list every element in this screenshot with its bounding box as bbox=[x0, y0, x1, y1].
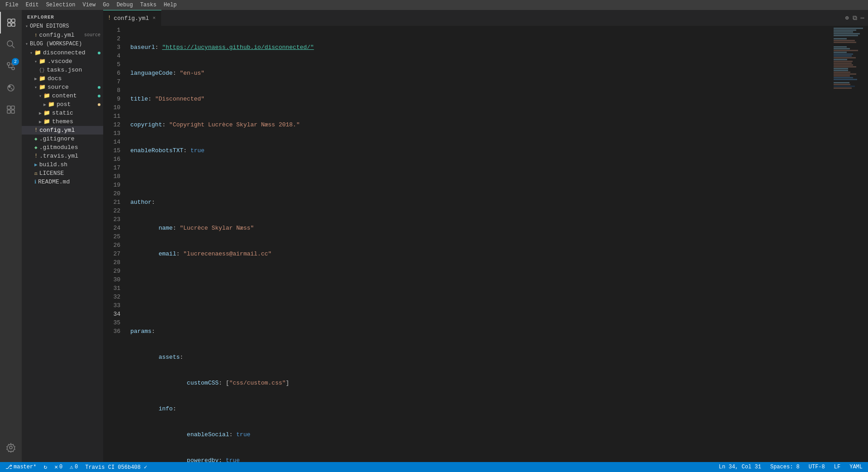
code-line-11 bbox=[130, 301, 827, 310]
gitignore-icon: ◆ bbox=[34, 136, 38, 142]
menu-tasks[interactable]: Tasks bbox=[137, 0, 160, 10]
tab-config-yml[interactable]: ! config.yml × bbox=[103, 10, 162, 26]
git-branch-item[interactable]: ⎇ master* bbox=[4, 463, 38, 471]
ci-status-item[interactable]: Travis CI 056b408 ✓ bbox=[83, 464, 149, 471]
folder-disconnected[interactable]: ▾ 📁 disconnected bbox=[22, 48, 103, 57]
themes-label: themes bbox=[52, 118, 100, 125]
encoding-label: UTF-8 bbox=[809, 464, 825, 470]
code-line-12: params: bbox=[130, 327, 827, 336]
menu-edit[interactable]: Edit bbox=[22, 0, 43, 10]
spaces-item[interactable]: Spaces: 8 bbox=[768, 464, 801, 470]
line-ending-item[interactable]: LF bbox=[832, 464, 842, 470]
svg-line-5 bbox=[12, 46, 15, 48]
language-label: YAML bbox=[849, 464, 863, 470]
cursor-position-item[interactable]: Ln 34, Col 31 bbox=[717, 464, 763, 470]
docs-label: docs bbox=[48, 75, 100, 82]
menu-view[interactable]: View bbox=[79, 0, 99, 10]
code-line-7: author: bbox=[130, 198, 827, 207]
build-sh-label: build.sh bbox=[39, 161, 100, 168]
folder-source[interactable]: ▾ 📁 source bbox=[22, 83, 103, 92]
readme-icon: ℹ bbox=[34, 179, 36, 185]
workspace-arrow: ▾ bbox=[25, 41, 28, 47]
status-bar-right: Ln 34, Col 31 Spaces: 8 UTF-8 LF YAML bbox=[717, 464, 864, 470]
svg-point-4 bbox=[7, 41, 13, 46]
menu-selection[interactable]: Selection bbox=[43, 0, 79, 10]
workspace-group[interactable]: ▾ BLOG (WORKSPACE) bbox=[22, 39, 103, 48]
code-line-15: info: bbox=[130, 405, 827, 413]
activity-settings[interactable] bbox=[0, 437, 22, 458]
sidebar: EXPLORER ▾ OPEN EDITORS ! config.yml sou… bbox=[22, 10, 103, 462]
activity-search[interactable] bbox=[0, 34, 22, 55]
open-editor-config[interactable]: ! config.yml source bbox=[22, 31, 103, 39]
file-license[interactable]: ⚖ LICENSE bbox=[22, 169, 103, 178]
folder-themes[interactable]: ▶ 📁 themes bbox=[22, 117, 103, 126]
folder-post[interactable]: ▶ 📁 post bbox=[22, 100, 103, 109]
license-icon: ⚖ bbox=[34, 170, 38, 176]
config-yml-label: config.yml bbox=[39, 127, 100, 134]
license-label: LICENSE bbox=[39, 170, 100, 177]
language-item[interactable]: YAML bbox=[848, 464, 864, 470]
source-arrow: ▾ bbox=[34, 85, 37, 90]
open-editor-name: config.yml bbox=[39, 32, 81, 39]
content-folder-icon: 📁 bbox=[43, 92, 50, 99]
git-branch-icon: ⎇ bbox=[5, 463, 12, 471]
cursor-position-label: Ln 34, Col 31 bbox=[719, 464, 761, 470]
code-editor[interactable]: 1 2 3 4 5 6 7 8 9 10 11 12 13 14 15 16 1 bbox=[103, 26, 868, 462]
activity-source-control[interactable]: 2 bbox=[0, 55, 22, 77]
code-lines[interactable]: baseurl: "https://lucynaess.github.io/di… bbox=[126, 26, 832, 462]
file-readme[interactable]: ℹ README.md bbox=[22, 178, 103, 186]
post-label: post bbox=[57, 101, 96, 108]
code-line-4: copyright: "Copyright Lucrèce Skylar Næs… bbox=[130, 120, 827, 129]
open-editors-group[interactable]: ▾ OPEN EDITORS bbox=[22, 22, 103, 31]
menu-file[interactable]: File bbox=[2, 0, 22, 10]
folder-static[interactable]: ▶ 📁 static bbox=[22, 109, 103, 117]
more-actions-icon[interactable]: ⧉ bbox=[853, 14, 857, 22]
activity-explorer[interactable] bbox=[0, 12, 22, 34]
file-config-yml[interactable]: ! config.yml bbox=[22, 126, 103, 135]
post-dot bbox=[98, 103, 100, 106]
main-layout: 2 EXPL bbox=[0, 10, 868, 462]
file-travis-yml[interactable]: ! .travis.yml bbox=[22, 152, 103, 160]
folder-content[interactable]: ▾ 📁 content bbox=[22, 92, 103, 100]
encoding-item[interactable]: UTF-8 bbox=[807, 464, 827, 470]
overflow-icon[interactable]: ⋯ bbox=[861, 14, 864, 22]
themes-folder-icon: 📁 bbox=[43, 118, 50, 125]
file-gitignore[interactable]: ◆ .gitignore bbox=[22, 135, 103, 143]
menu-go[interactable]: Go bbox=[99, 0, 113, 10]
static-arrow: ▶ bbox=[39, 111, 42, 116]
split-editor-icon[interactable]: ⊕ bbox=[845, 14, 849, 22]
menu-bar: File Edit Selection View Go Debug Tasks … bbox=[0, 0, 868, 10]
docs-folder-icon: 📁 bbox=[39, 75, 46, 82]
code-line-5: enableRobotsTXT: true bbox=[130, 146, 827, 155]
menu-help[interactable]: Help bbox=[160, 0, 181, 10]
tab-name: config.yml bbox=[114, 15, 149, 22]
travis-icon: ! bbox=[34, 153, 38, 159]
errors-item[interactable]: ✕ 0 bbox=[52, 463, 64, 471]
folder-docs[interactable]: ▶ 📁 docs bbox=[22, 74, 103, 83]
file-tasks-json[interactable]: {} tasks.json bbox=[22, 66, 103, 74]
file-build-sh[interactable]: ▶ build.sh bbox=[22, 160, 103, 169]
file-gitmodules[interactable]: ◆ .gitmodules bbox=[22, 143, 103, 152]
gitmodules-icon: ◆ bbox=[34, 144, 38, 150]
code-line-17: poweredby: true bbox=[130, 456, 827, 462]
svg-point-17 bbox=[10, 446, 12, 449]
svg-point-11 bbox=[9, 86, 10, 87]
activity-bar: 2 bbox=[0, 10, 22, 462]
sync-icon-item[interactable]: ↻ bbox=[42, 463, 49, 471]
activity-debug[interactable] bbox=[0, 77, 22, 99]
folder-icon: 📁 bbox=[34, 49, 41, 56]
folder-disconnected-arrow: ▾ bbox=[30, 50, 33, 56]
warnings-item[interactable]: ⚠ 0 bbox=[68, 463, 80, 471]
activity-extensions[interactable] bbox=[0, 99, 22, 120]
svg-line-12 bbox=[11, 88, 13, 90]
source-dot bbox=[98, 86, 100, 89]
content-dot bbox=[98, 95, 100, 97]
top-right-icons: ⊕ ⧉ ⋯ bbox=[845, 14, 868, 22]
svg-rect-16 bbox=[11, 110, 14, 113]
workspace-label: BLOG (WORKSPACE) bbox=[30, 41, 82, 47]
error-icon: ✕ bbox=[54, 463, 58, 471]
folder-vscode[interactable]: ▾ 📁 .vscode bbox=[22, 57, 103, 66]
code-line-10 bbox=[130, 275, 827, 284]
tab-close-button[interactable]: × bbox=[152, 14, 157, 22]
menu-debug[interactable]: Debug bbox=[113, 0, 137, 10]
